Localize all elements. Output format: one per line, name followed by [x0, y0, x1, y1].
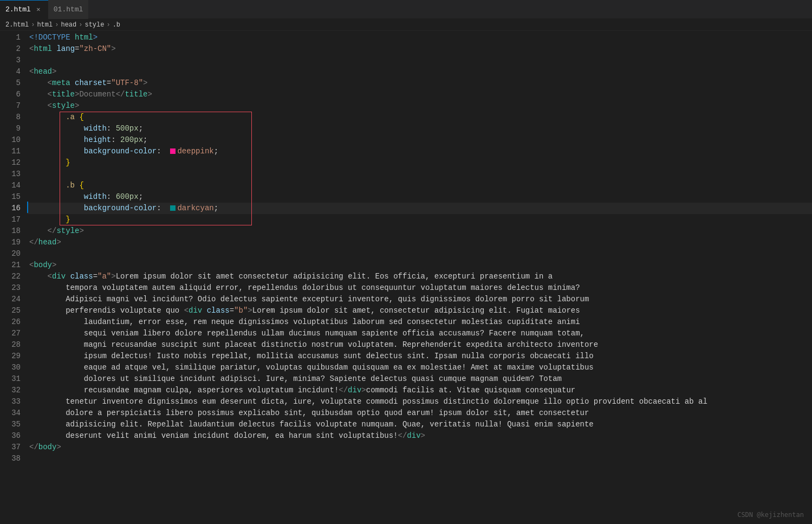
tab-2html[interactable]: 2.html ✕ — [0, 0, 48, 19]
line-num-5: 5 — [0, 77, 21, 89]
token: ; — [214, 203, 218, 214]
line-num-18: 18 — [0, 225, 21, 237]
token: } — [66, 214, 70, 225]
token: deeppink — [177, 146, 213, 157]
breadcrumb-item-1[interactable]: 2.html — [5, 21, 29, 29]
breadcrumb-sep-1: › — [31, 21, 35, 29]
code-line-24: Adipisci magni vel incidunt? Odio delect… — [27, 294, 812, 305]
line-num-33: 33 — [0, 396, 21, 407]
token: < — [29, 271, 52, 282]
line-num-16: 16 — [0, 203, 21, 214]
token: > — [421, 430, 425, 442]
token: width — [84, 191, 107, 203]
token: > — [93, 32, 98, 43]
token: = — [93, 271, 98, 282]
token: < — [29, 89, 52, 100]
token: class — [70, 271, 93, 282]
line-num-15: 15 — [0, 191, 21, 203]
line-num-35: 35 — [0, 419, 21, 430]
token: background-color — [84, 203, 157, 214]
token: { — [75, 180, 84, 191]
token: </ — [29, 225, 56, 237]
line-num-1: 1 — [0, 32, 21, 43]
token: deserunt velit animi veniam incidunt dol… — [29, 430, 398, 442]
token: .a — [66, 112, 75, 123]
breadcrumb-item-4[interactable]: style — [85, 21, 104, 29]
active-line-indicator — [27, 202, 28, 213]
token: > — [111, 271, 115, 282]
breadcrumb-sep-3: › — [79, 21, 82, 29]
token: </ — [398, 430, 407, 442]
line-num-9: 9 — [0, 123, 21, 134]
tab-01html[interactable]: 01.html — [48, 0, 89, 19]
token: { — [75, 112, 84, 123]
line-num-34: 34 — [0, 407, 21, 419]
code-line-21: <body> — [27, 260, 812, 271]
breadcrumb-item-3[interactable]: head — [61, 21, 76, 29]
breadcrumb: 2.html › html › head › style › .b — [0, 19, 812, 31]
token: meta — [52, 77, 70, 89]
token: <!DOCTYPE — [29, 32, 75, 43]
line-num-27: 27 — [0, 328, 21, 339]
editor: 1234567891011121314151617181920212223242… — [0, 31, 812, 524]
token — [29, 203, 84, 214]
token — [52, 43, 56, 55]
code-content[interactable]: <!DOCTYPE html><html lang="zh-CN"><head>… — [27, 31, 812, 524]
token: sequi veniam libero dolore repellendus u… — [29, 328, 584, 339]
token: </ — [29, 237, 38, 248]
token: > — [143, 77, 147, 89]
token: lang — [56, 43, 75, 55]
code-line-18: </style> — [27, 225, 812, 237]
token: = — [75, 43, 79, 55]
code-line-5: <meta charset="UTF-8"> — [27, 77, 812, 89]
token: "UTF-8" — [111, 77, 143, 89]
tab-2html-close[interactable]: ✕ — [34, 5, 43, 14]
token: > — [147, 89, 152, 100]
token — [29, 112, 66, 123]
breadcrumb-item-5[interactable]: .b — [113, 21, 120, 29]
token: recusandae magnam culpa, asperiores volu… — [29, 385, 339, 396]
code-line-34: dolore a perspiciatis libero possimus ex… — [27, 407, 812, 419]
line-num-23: 23 — [0, 282, 21, 294]
code-line-37: </body> — [27, 442, 812, 453]
line-num-10: 10 — [0, 134, 21, 146]
token: : — [107, 123, 116, 134]
token: : — [107, 191, 116, 203]
code-line-13 — [27, 169, 812, 180]
token — [29, 134, 84, 146]
line-num-14: 14 — [0, 180, 21, 191]
token: Lorem ipsum dolor sit amet, consectetur … — [252, 305, 580, 316]
code-line-23: tempora voluptatem autem aliquid error, … — [27, 282, 812, 294]
token: Lorem ipsum dolor sit amet consectetur a… — [116, 271, 553, 282]
code-line-28: magni recusandae suscipit sunt placeat d… — [27, 339, 812, 351]
line-num-13: 13 — [0, 169, 21, 180]
token: </ — [339, 385, 348, 396]
code-line-32: recusandae magnam culpa, asperiores volu… — [27, 385, 812, 396]
token: "b" — [234, 305, 248, 316]
token: style — [52, 100, 75, 112]
code-line-11: background-color: deeppink; — [27, 146, 812, 157]
code-line-15: width: 600px; — [27, 191, 812, 203]
token: head — [38, 237, 57, 248]
token: title — [52, 89, 75, 100]
breadcrumb-item-2[interactable]: html — [37, 21, 53, 29]
token — [29, 146, 84, 157]
token: html — [75, 32, 93, 43]
tab-01html-label: 01.html — [54, 5, 83, 14]
line-num-12: 12 — [0, 157, 21, 169]
token: adipisicing elit. Repellat laudantium de… — [29, 419, 594, 430]
code-line-33: tenetur inventore dignissimos eum deseru… — [27, 396, 812, 407]
token: height — [84, 134, 111, 146]
token: dolore a perspiciatis libero possimus ex… — [29, 407, 589, 419]
token: 500px — [116, 123, 139, 134]
token: > — [248, 305, 252, 316]
token: style — [56, 225, 79, 237]
token — [66, 271, 70, 282]
line-num-3: 3 — [0, 55, 21, 66]
token: ; — [214, 146, 218, 157]
line-num-26: 26 — [0, 316, 21, 328]
token: charset — [75, 77, 107, 89]
token: ; — [139, 123, 143, 134]
line-num-8: 8 — [0, 112, 21, 123]
line-num-24: 24 — [0, 294, 21, 305]
